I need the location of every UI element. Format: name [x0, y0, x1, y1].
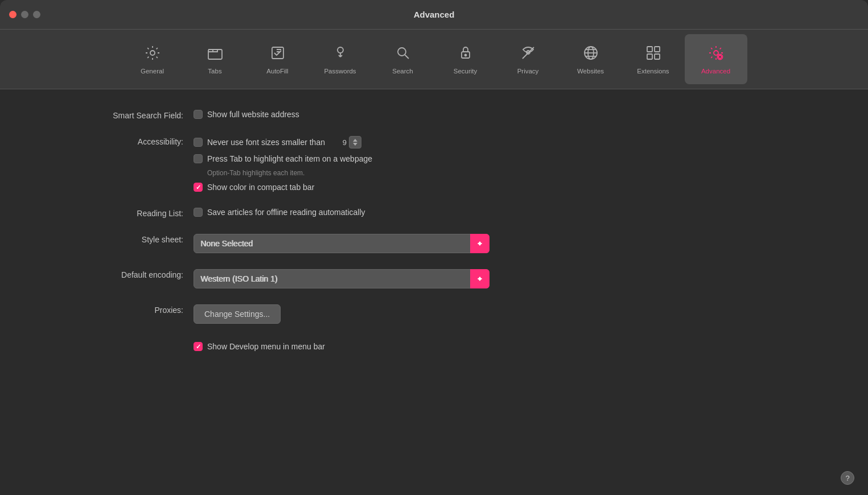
tab-privacy[interactable]: Privacy — [497, 34, 560, 84]
style-sheet-select-wrapper: None Selected None Selected — [194, 234, 489, 253]
svg-rect-21 — [655, 54, 660, 59]
tab-search-label: Search — [392, 68, 413, 75]
reading-list-controls: Save articles for offline reading automa… — [194, 208, 365, 217]
tab-extensions[interactable]: Extensions — [622, 34, 685, 84]
tabs-icon — [207, 44, 224, 64]
tab-general-label: General — [141, 68, 164, 75]
traffic-lights — [9, 11, 40, 18]
reading-list-row: Reading List: Save articles for offline … — [46, 208, 822, 218]
show-full-address-checkbox[interactable] — [194, 110, 203, 119]
close-button[interactable] — [9, 11, 17, 18]
develop-menu-label — [46, 342, 194, 343]
svg-rect-2 — [272, 47, 283, 59]
develop-menu-row: Show Develop menu in menu bar — [46, 342, 822, 351]
maximize-button[interactable] — [33, 11, 40, 18]
tab-passwords-label: Passwords — [324, 68, 356, 75]
passwords-icon — [332, 44, 349, 64]
develop-menu-text: Show Develop menu in menu bar — [207, 342, 325, 351]
tab-tabs-label: Tabs — [208, 68, 221, 75]
style-sheet-label: Style sheet: — [46, 234, 194, 244]
develop-menu-checkbox[interactable] — [194, 342, 203, 351]
change-settings-button[interactable]: Change Settings... — [194, 304, 281, 324]
tab-search[interactable]: Search — [372, 34, 434, 84]
svg-point-0 — [150, 51, 155, 55]
accessibility-label: Accessibility: — [46, 136, 194, 146]
security-icon — [457, 44, 474, 64]
tab-autofill[interactable]: AutoFill — [246, 34, 309, 84]
show-full-address-label: Show full website address — [207, 110, 299, 119]
default-encoding-select-wrapper: Western (ISO Latin 1) Western (ISO Latin… — [194, 269, 489, 288]
proxies-controls: Change Settings... — [194, 304, 281, 324]
svg-rect-1 — [208, 50, 222, 59]
offline-reading-row: Save articles for offline reading automa… — [194, 208, 365, 217]
font-size-row: Never use font sizes smaller than 9 — [194, 136, 372, 148]
titlebar: Advanced — [0, 0, 868, 30]
svg-point-22 — [714, 51, 718, 55]
svg-rect-18 — [647, 47, 652, 52]
svg-rect-20 — [647, 54, 652, 59]
develop-menu-controls: Show Develop menu in menu bar — [194, 342, 325, 351]
tab-highlight-row: Press Tab to highlight each item on a we… — [194, 154, 372, 163]
compact-tab-bar-label: Show color in compact tab bar — [207, 183, 314, 192]
tab-websites-label: Websites — [577, 68, 604, 75]
tab-advanced[interactable]: Advanced — [685, 34, 747, 84]
compact-tab-bar-row: Show color in compact tab bar — [194, 183, 372, 192]
tab-autofill-label: AutoFill — [266, 68, 288, 75]
window-title: Advanced — [414, 10, 455, 19]
privacy-icon — [520, 44, 537, 64]
smart-search-controls: Show full website address — [194, 110, 299, 119]
tab-highlight-checkbox[interactable] — [194, 154, 203, 163]
offline-reading-label: Save articles for offline reading automa… — [207, 208, 365, 217]
style-sheet-controls: None Selected None Selected — [194, 234, 489, 253]
svg-point-7 — [398, 48, 406, 56]
proxies-label: Proxies: — [46, 304, 194, 315]
tab-tabs[interactable]: Tabs — [184, 34, 246, 84]
main-content: Smart Search Field: Show full website ad… — [0, 89, 868, 387]
proxies-row: Proxies: Change Settings... — [46, 304, 822, 324]
font-size-value: 9 — [334, 138, 347, 147]
tab-passwords[interactable]: Passwords — [309, 34, 372, 84]
general-icon — [144, 44, 161, 64]
advanced-icon — [707, 44, 725, 64]
style-sheet-select[interactable]: None Selected — [194, 234, 489, 253]
minimize-button[interactable] — [21, 11, 28, 18]
font-size-spinner-btn[interactable] — [349, 136, 361, 148]
tab-general[interactable]: General — [121, 34, 184, 84]
tab-hint: Option-Tab highlights each item. — [207, 169, 372, 177]
font-size-checkbox[interactable] — [194, 138, 203, 147]
develop-menu-inline: Show Develop menu in menu bar — [194, 342, 325, 351]
svg-rect-19 — [655, 47, 660, 52]
autofill-icon — [269, 44, 286, 64]
default-encoding-label: Default encoding: — [46, 269, 194, 279]
toolbar: General Tabs AutoFill — [0, 30, 868, 89]
reading-list-label: Reading List: — [46, 208, 194, 218]
accessibility-controls: Never use font sizes smaller than 9 Pres… — [194, 136, 372, 192]
smart-search-label: Smart Search Field: — [46, 110, 194, 120]
show-full-address-row: Show full website address — [194, 110, 299, 119]
help-button[interactable]: ? — [841, 471, 854, 485]
tab-extensions-label: Extensions — [637, 68, 669, 75]
svg-line-8 — [405, 55, 409, 59]
compact-tab-bar-checkbox[interactable] — [194, 183, 203, 192]
smart-search-field-row: Smart Search Field: Show full website ad… — [46, 110, 822, 120]
font-size-spinner: 9 — [334, 136, 361, 148]
tab-privacy-label: Privacy — [517, 68, 539, 75]
tab-advanced-label: Advanced — [701, 68, 730, 75]
tab-highlight-label: Press Tab to highlight each item on a we… — [207, 154, 372, 163]
offline-reading-checkbox[interactable] — [194, 208, 203, 217]
accessibility-row: Accessibility: Never use font sizes smal… — [46, 136, 822, 192]
tab-websites[interactable]: Websites — [560, 34, 622, 84]
websites-icon — [582, 44, 599, 64]
style-sheet-row: Style sheet: None Selected None Selected — [46, 234, 822, 253]
tab-security[interactable]: Security — [434, 34, 497, 84]
default-encoding-controls: Western (ISO Latin 1) Western (ISO Latin… — [194, 269, 489, 288]
extensions-icon — [645, 44, 662, 64]
default-encoding-select[interactable]: Western (ISO Latin 1) — [194, 269, 489, 288]
search-icon — [394, 44, 412, 64]
default-encoding-row: Default encoding: Western (ISO Latin 1) … — [46, 269, 822, 288]
tab-security-label: Security — [454, 68, 478, 75]
font-size-label: Never use font sizes smaller than — [207, 138, 325, 147]
svg-point-3 — [338, 47, 343, 53]
svg-point-10 — [464, 54, 466, 56]
